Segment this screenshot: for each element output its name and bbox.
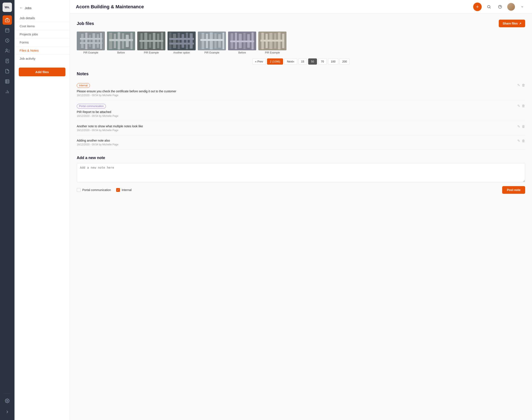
share-icon: ↗	[519, 22, 521, 25]
note-item: Another note to show what multiple notes…	[77, 121, 525, 135]
svg-rect-3	[6, 29, 9, 32]
image-thumb	[198, 31, 226, 50]
current-page-button[interactable]: 2 (1096)	[267, 59, 283, 65]
page-size-50[interactable]: 50	[308, 59, 317, 65]
avatar-image	[507, 3, 515, 11]
svg-rect-13	[6, 80, 9, 83]
sidebar-item-forms[interactable]: Forms	[15, 38, 70, 46]
svg-point-8	[6, 49, 7, 50]
nav-document[interactable]	[2, 67, 12, 76]
delete-icon[interactable]: 🗑	[522, 125, 525, 129]
sidebar-back-button[interactable]: ← Jobs	[15, 4, 70, 14]
avatar-chevron-icon[interactable]	[518, 3, 526, 11]
next-page-button[interactable]: Next»	[284, 59, 297, 65]
svg-point-21	[488, 5, 490, 8]
image-label: PIR Example	[137, 51, 165, 54]
note-row: Internal Please ensure you check the cer…	[77, 83, 525, 97]
internal-checkbox[interactable]: ✓ Internal	[116, 188, 132, 192]
note-item: Internal Please ensure you check the cer…	[77, 80, 525, 100]
add-note-title: Add a new note	[77, 156, 525, 160]
sidebar: ← Jobs Job details Cost items Projects j…	[15, 0, 70, 420]
page-size-100[interactable]: 100	[328, 59, 338, 65]
note-actions: ✎ 🗑	[517, 104, 525, 108]
svg-rect-41	[109, 39, 133, 41]
svg-rect-66	[200, 39, 224, 41]
nav-chart[interactable]	[2, 87, 12, 96]
sidebar-item-cost-items[interactable]: Cost items	[15, 22, 70, 30]
sidebar-item-projects-jobs[interactable]: Projects jobs	[15, 30, 70, 38]
image-thumb	[107, 31, 135, 50]
delete-icon[interactable]: 🗑	[522, 139, 525, 143]
svg-rect-29	[92, 33, 95, 49]
note-footer: Portal communication ✓ Internal Post not…	[77, 186, 525, 194]
note-meta: 16/12/2020 - 09:54 by Michelle Page	[77, 129, 143, 132]
share-files-button[interactable]: Share files ↗	[499, 20, 525, 27]
svg-rect-51	[169, 32, 171, 49]
nav-expand[interactable]	[2, 407, 12, 417]
sidebar-back-label: Jobs	[25, 6, 31, 10]
svg-rect-82	[260, 40, 284, 42]
image-item[interactable]: Another option	[167, 31, 196, 54]
image-item[interactable]: Before	[107, 31, 135, 54]
image-item[interactable]: PIR Example	[258, 31, 286, 54]
svg-rect-74	[230, 41, 254, 42]
note-tag-portal: Portal communication	[77, 104, 106, 108]
svg-rect-32	[80, 38, 102, 40]
svg-rect-31	[100, 33, 102, 49]
add-button[interactable]: +	[473, 2, 482, 11]
sidebar-item-job-details[interactable]: Job details	[15, 14, 70, 22]
portal-communication-checkbox[interactable]: Portal communication	[77, 188, 111, 192]
internal-checkbox-box[interactable]: ✓	[116, 188, 120, 192]
note-tag-internal: Internal	[77, 83, 90, 88]
share-files-label: Share files	[502, 22, 518, 25]
note-meta: 16/12/2020 - 09:54 by Michelle Page	[77, 143, 118, 146]
sidebar-item-files-notes[interactable]: Files & Notes	[15, 46, 70, 55]
image-thumb	[258, 31, 286, 50]
image-label: Another option	[167, 51, 196, 54]
page-size-200[interactable]: 200	[340, 59, 350, 65]
nav-bar: We.	[0, 0, 15, 420]
nav-users[interactable]	[2, 46, 12, 55]
search-icon[interactable]	[485, 3, 493, 11]
help-icon[interactable]	[496, 3, 504, 11]
page-size-70[interactable]: 70	[318, 59, 327, 65]
app-logo[interactable]: We.	[2, 2, 12, 12]
notes-section-title: Notes	[77, 71, 525, 76]
delete-icon[interactable]: 🗑	[522, 83, 525, 87]
svg-rect-49	[139, 40, 163, 42]
svg-rect-54	[182, 34, 184, 48]
nav-clock[interactable]	[2, 36, 12, 45]
image-item[interactable]: PIR Example	[77, 31, 105, 54]
note-item: Portal communication PIR Report to be at…	[77, 100, 525, 121]
edit-icon[interactable]: ✎	[517, 139, 520, 143]
sidebar-item-job-activity[interactable]: Job activity	[15, 55, 70, 62]
prev-page-button[interactable]: « Prev	[252, 59, 266, 65]
image-grid: PIR Example Before	[77, 31, 525, 54]
add-files-button[interactable]: Add files	[19, 68, 65, 76]
image-item[interactable]: Before	[228, 31, 256, 54]
nav-jobs[interactable]	[2, 15, 12, 25]
edit-icon[interactable]: ✎	[517, 104, 520, 108]
note-content: Internal Please ensure you check the cer…	[77, 83, 176, 97]
header-title: Acorn Building & Maintenance	[76, 4, 144, 10]
portal-communication-label: Portal communication	[82, 188, 111, 192]
nav-calendar[interactable]	[2, 26, 12, 35]
edit-icon[interactable]: ✎	[517, 83, 520, 87]
avatar[interactable]	[507, 3, 515, 11]
page-size-15[interactable]: 15	[298, 59, 307, 65]
job-files-title: Job files	[77, 21, 94, 26]
nav-settings[interactable]	[2, 396, 12, 405]
delete-icon[interactable]: 🗑	[522, 104, 525, 108]
image-label: Before	[228, 51, 256, 54]
nav-reports[interactable]	[2, 56, 12, 66]
portal-checkbox-box[interactable]	[77, 188, 81, 192]
note-textarea[interactable]	[77, 163, 525, 182]
note-meta: 16/12/2020 - 09:54 by Michelle Page	[77, 94, 176, 97]
nav-table[interactable]	[2, 77, 12, 86]
edit-icon[interactable]: ✎	[517, 124, 520, 129]
image-item[interactable]: PIR Example	[137, 31, 165, 54]
post-note-button[interactable]: Post note	[502, 186, 525, 194]
note-item: Adding another note also 16/12/2020 - 09…	[77, 135, 525, 150]
image-item[interactable]: PIR Example	[198, 31, 226, 54]
svg-point-20	[7, 400, 8, 402]
